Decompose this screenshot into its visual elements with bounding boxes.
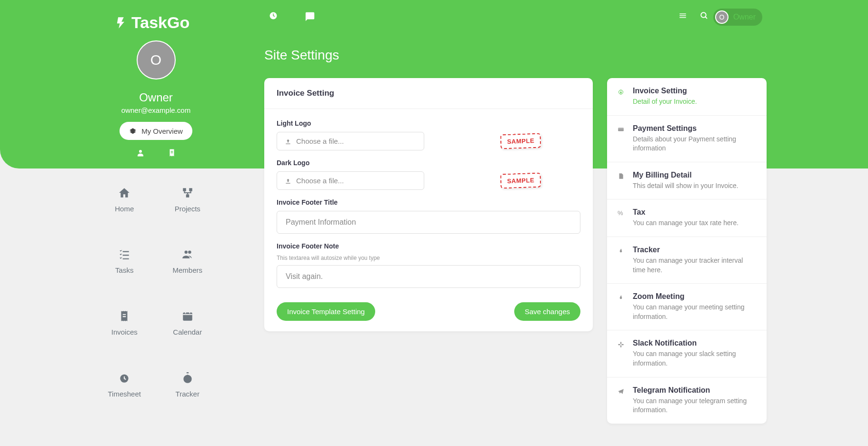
overview-button[interactable]: My Overview xyxy=(120,122,192,140)
svg-rect-3 xyxy=(183,188,186,191)
search-icon[interactable] xyxy=(700,11,708,20)
svg-point-2 xyxy=(139,150,142,153)
clock-icon[interactable] xyxy=(269,11,278,20)
footer-note-label: Invoice Footer Note xyxy=(277,242,580,250)
layers-icon xyxy=(129,127,137,135)
settings-nav: Invoice Setting Detail of your Invoice. … xyxy=(607,78,767,424)
card-title: Invoice Setting xyxy=(264,78,593,109)
svg-rect-4 xyxy=(189,188,192,191)
upload-icon xyxy=(285,137,291,145)
menu-icon[interactable] xyxy=(678,11,687,20)
svg-point-11 xyxy=(620,91,622,93)
nav-timesheet[interactable]: Timesheet xyxy=(93,370,156,398)
svg-rect-13 xyxy=(620,342,621,344)
brand-name: TaskGo xyxy=(131,13,190,32)
receipt-icon[interactable] xyxy=(168,148,176,158)
dark-logo-preview: SAMPLE xyxy=(500,173,541,189)
template-setting-button[interactable]: Invoice Template Setting xyxy=(277,302,375,321)
file-icon xyxy=(618,172,625,180)
nav-invoices[interactable]: Invoices xyxy=(93,308,156,336)
card-icon xyxy=(618,126,625,133)
footer-title-input[interactable] xyxy=(277,211,580,234)
page-title: Site Settings xyxy=(264,48,339,63)
svg-rect-16 xyxy=(621,344,624,345)
svg-point-7 xyxy=(188,251,191,254)
projects-icon xyxy=(156,185,219,199)
avatar-small: O xyxy=(715,10,728,24)
nav-calendar[interactable]: Calendar xyxy=(156,308,219,336)
settings-nav-payment[interactable]: Payment Settings Details about your Paym… xyxy=(607,116,767,162)
members-icon xyxy=(156,247,219,261)
calendar-icon xyxy=(156,308,219,322)
dark-logo-label: Dark Logo xyxy=(277,159,580,167)
svg-point-6 xyxy=(184,251,188,254)
slack-icon xyxy=(618,340,625,348)
light-logo-label: Light Logo xyxy=(277,119,580,127)
invoices-icon xyxy=(93,308,156,322)
home-icon xyxy=(93,185,156,199)
settings-nav-tax[interactable]: % Tax You can manage your tax rate here. xyxy=(607,199,767,237)
light-logo-file-input[interactable]: Choose a file... xyxy=(277,132,424,150)
avatar[interactable]: O xyxy=(137,40,176,79)
settings-nav-invoice[interactable]: Invoice Setting Detail of your Invoice. xyxy=(607,78,767,116)
brand-logo[interactable]: TaskGo xyxy=(114,13,190,32)
send-icon xyxy=(618,387,625,395)
profile-name: Owner xyxy=(93,91,219,104)
timesheet-icon xyxy=(93,370,156,384)
sidebar: O Owner owner@example.com My Overview Ho… xyxy=(93,40,219,398)
nav-grid: Home Projects Tasks Members Invoices Cal… xyxy=(93,185,219,398)
svg-rect-12 xyxy=(618,128,624,131)
nav-home[interactable]: Home xyxy=(93,185,156,213)
settings-card: Invoice Setting Light Logo Choose a file… xyxy=(264,78,593,331)
nav-projects[interactable]: Projects xyxy=(156,185,219,213)
svg-rect-5 xyxy=(186,194,190,198)
chat-icon[interactable]: 0 xyxy=(305,11,868,22)
save-button[interactable]: Save changes xyxy=(514,302,580,321)
nav-tasks[interactable]: Tasks xyxy=(93,247,156,275)
tasks-icon xyxy=(93,247,156,261)
settings-nav-telegram[interactable]: Telegram Notification You can manage you… xyxy=(607,377,767,424)
gear-icon xyxy=(618,88,625,96)
settings-nav-billing[interactable]: My Billing Detail This detail will show … xyxy=(607,162,767,200)
svg-rect-15 xyxy=(618,344,620,345)
upload-icon xyxy=(285,177,291,185)
settings-nav-zoom[interactable]: Zoom Meeting You can manage your meeting… xyxy=(607,284,767,330)
overview-label: My Overview xyxy=(141,127,183,135)
fire-icon xyxy=(618,294,625,301)
settings-nav-slack[interactable]: Slack Notification You can manage your s… xyxy=(607,330,767,377)
tracker-icon xyxy=(156,370,219,384)
nav-tracker[interactable]: Tracker xyxy=(156,370,219,398)
sidebar-tabs xyxy=(93,148,219,158)
user-name: Owner xyxy=(733,13,756,21)
svg-rect-8 xyxy=(183,312,192,320)
settings-nav-tracker[interactable]: Tracker You can manage your tracker inte… xyxy=(607,237,767,284)
fire-icon xyxy=(618,247,625,255)
bolt-icon xyxy=(114,16,128,30)
footer-note-textarea[interactable]: Visit again. xyxy=(277,265,580,288)
user-menu[interactable]: O Owner xyxy=(713,9,762,26)
nav-members[interactable]: Members xyxy=(156,247,219,275)
dark-logo-file-input[interactable]: Choose a file... xyxy=(277,171,424,190)
svg-rect-14 xyxy=(620,345,621,347)
light-logo-preview: SAMPLE xyxy=(500,133,541,149)
percent-icon: % xyxy=(618,209,625,217)
profile-email: owner@example.com xyxy=(93,106,219,114)
user-icon[interactable] xyxy=(136,148,145,158)
footer-note-hint: This textarea will autosize while you ty… xyxy=(277,255,580,261)
svg-point-1 xyxy=(701,12,706,18)
svg-point-10 xyxy=(183,375,191,383)
footer-title-label: Invoice Footer Title xyxy=(277,198,580,206)
